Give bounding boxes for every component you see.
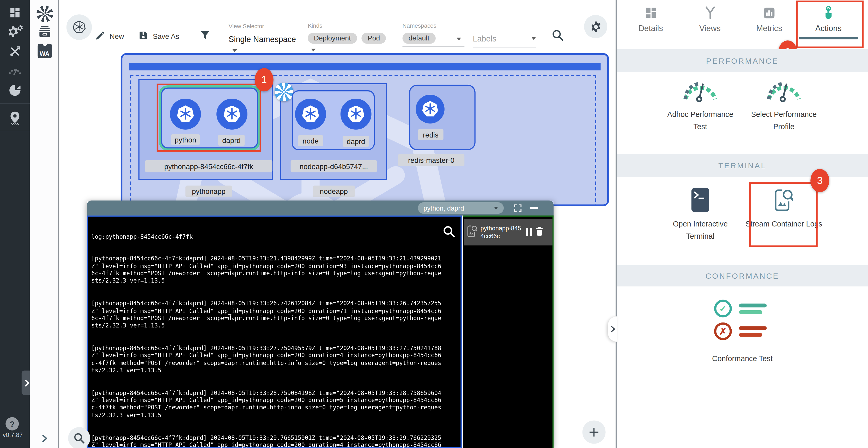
gauge-icon[interactable] bbox=[0, 61, 30, 80]
kind-chip[interactable]: Deployment bbox=[308, 33, 357, 43]
tab-metrics[interactable]: Metrics bbox=[740, 5, 799, 33]
streamed-container-name: pythonapp-8454cc66c bbox=[480, 225, 523, 240]
container-label: redis bbox=[418, 129, 443, 140]
chevron-down-icon bbox=[457, 37, 461, 40]
branch-icon bbox=[680, 5, 740, 20]
save-as-button[interactable]: Save As bbox=[138, 31, 179, 42]
kind-chip[interactable]: Pod bbox=[362, 33, 386, 43]
pod-name-label: redis-master-0 bbox=[398, 154, 465, 166]
container-redis[interactable] bbox=[415, 95, 444, 123]
gauge-icon bbox=[765, 77, 803, 104]
pod-name-label: nodeapp-d64b5747... bbox=[291, 160, 377, 173]
container-daprd[interactable] bbox=[341, 99, 372, 130]
namespaces-dropdown[interactable]: default bbox=[402, 33, 464, 47]
right-panel: Details Views Metrics Actions 2 PERFORMA… bbox=[616, 0, 868, 448]
annotation-box-3 bbox=[749, 182, 818, 247]
wa-label: WA bbox=[40, 50, 50, 57]
group-label: pythonapp bbox=[185, 185, 232, 197]
action-open-interactive-terminal[interactable]: Open Interactive Terminal bbox=[661, 218, 739, 243]
trash-icon[interactable] bbox=[535, 226, 544, 238]
container-selector-value: python, daprd bbox=[424, 204, 464, 212]
section-header-terminal: TERMINAL bbox=[617, 154, 868, 177]
chevron-down-icon bbox=[494, 207, 498, 210]
pause-icon[interactable] bbox=[526, 228, 532, 236]
terminal-header[interactable]: python, daprd bbox=[87, 201, 554, 215]
view-selector-label: View Selector bbox=[229, 23, 264, 29]
add-button[interactable] bbox=[583, 420, 606, 444]
kinds-label: Kinds bbox=[308, 22, 322, 29]
log-entry: [pythonapp-8454cc66c-4f7fk:daprd] 2024-0… bbox=[91, 434, 443, 448]
new-button-label: New bbox=[110, 32, 124, 40]
archive-icon[interactable] bbox=[30, 25, 59, 39]
cluster-header-bar bbox=[129, 63, 601, 70]
annotation-box-2 bbox=[796, 1, 864, 48]
log-header-line: log:pythonapp-8454cc66c-4f7fk bbox=[91, 233, 443, 240]
gears-icon[interactable] bbox=[0, 22, 30, 41]
dashboard-grid-icon[interactable] bbox=[0, 3, 30, 22]
tab-label: Views bbox=[680, 24, 740, 33]
left-sidebar: ? v0.7.87 bbox=[0, 0, 30, 448]
sidebar-divider bbox=[0, 103, 30, 103]
action-conformance-test[interactable]: Conformance Test bbox=[704, 353, 781, 365]
spiral-icon[interactable] bbox=[30, 5, 59, 22]
panel-collapse-button[interactable] bbox=[608, 316, 617, 342]
chevron-down-icon bbox=[232, 49, 237, 52]
sidebar-divider bbox=[0, 131, 30, 131]
labels-placeholder: Labels bbox=[473, 34, 496, 43]
zoom-button[interactable] bbox=[68, 427, 90, 448]
section-header-conformance: CONFORMANCE bbox=[617, 265, 868, 287]
pod-name-label: pythonapp-8454cc66c-4f7fk bbox=[145, 160, 272, 173]
labels-filter-input[interactable]: Labels bbox=[473, 34, 536, 48]
tools-icon[interactable] bbox=[0, 42, 30, 61]
namespaces-label: Namespaces bbox=[402, 22, 436, 29]
location-pin-icon[interactable] bbox=[0, 109, 30, 127]
tab-details[interactable]: Details bbox=[621, 5, 680, 33]
action-select-performance-profile[interactable]: Select Performance Profile bbox=[745, 109, 823, 133]
conformance-checklist-icon: ✓ ✗ bbox=[714, 300, 767, 340]
container-selector-dropdown[interactable]: python, daprd bbox=[418, 202, 504, 214]
view-selector-value: Single Namespace bbox=[229, 35, 296, 44]
stream-logs-icon bbox=[467, 225, 477, 240]
annotation-badge-1: 1 bbox=[255, 68, 274, 91]
annotation-badge-3: 3 bbox=[810, 169, 829, 192]
log-stream-panel[interactable]: log:pythonapp-8454cc66c-4f7fk [pythonapp… bbox=[87, 215, 462, 448]
pie-mosaic-icon[interactable] bbox=[0, 81, 30, 100]
log-entry: [pythonapp-8454cc66c-4f7fk:daprd] 2024-0… bbox=[91, 389, 443, 419]
section-header-performance: PERFORMANCE bbox=[617, 49, 868, 72]
fullscreen-icon[interactable] bbox=[513, 203, 523, 215]
grid-icon bbox=[621, 5, 680, 20]
pencil-icon bbox=[95, 31, 105, 42]
filter-icon[interactable] bbox=[199, 29, 211, 43]
help-button[interactable]: ? bbox=[5, 417, 19, 430]
streamed-containers-panel: pythonapp-8454cc66c bbox=[463, 215, 554, 448]
log-search-icon[interactable] bbox=[442, 225, 456, 240]
tab-views[interactable]: Views bbox=[680, 5, 740, 33]
log-entry: [pythonapp-8454cc66c-4f7fk:daprd] 2024-0… bbox=[91, 300, 443, 329]
version-label: v0.7.87 bbox=[3, 431, 23, 438]
kubernetes-menu-button[interactable] bbox=[66, 14, 92, 40]
streamed-container-item[interactable]: pythonapp-8454cc66c bbox=[464, 219, 553, 245]
new-button[interactable]: New bbox=[95, 31, 124, 42]
log-entry: [pythonapp-8454cc66c-4f7fk:daprd] 2024-0… bbox=[91, 345, 443, 374]
bar-chart-icon bbox=[740, 5, 799, 20]
save-icon bbox=[138, 31, 148, 42]
annotation-box-1 bbox=[157, 84, 261, 152]
minimize-icon[interactable] bbox=[530, 207, 538, 209]
search-icon[interactable] bbox=[552, 29, 564, 43]
container-label: daprd bbox=[343, 136, 369, 147]
chevron-down-icon bbox=[311, 49, 315, 52]
settings-gear-button[interactable] bbox=[584, 15, 607, 38]
gauge-icon bbox=[681, 77, 720, 104]
namespace-chip[interactable]: default bbox=[402, 33, 435, 43]
log-entry: [pythonapp-8454cc66c-4f7fk:daprd] 2024-0… bbox=[91, 255, 443, 285]
container-node[interactable] bbox=[295, 99, 326, 130]
webassembly-icon[interactable]: WA bbox=[30, 44, 59, 58]
tab-label: Details bbox=[621, 24, 680, 33]
action-adhoc-performance-test[interactable]: Adhoc Performance Test bbox=[661, 109, 739, 133]
dapr-spiral-icon bbox=[275, 83, 293, 101]
rail-expand-icon[interactable] bbox=[30, 434, 59, 443]
cluster-canvas[interactable]: python daprd pythonapp-8454cc66c-4f7fk p… bbox=[121, 53, 609, 206]
terminal-window: python, daprd log:pythonapp-8454cc66c-4f… bbox=[87, 201, 554, 448]
left-rail: WA bbox=[30, 0, 59, 448]
container-label: node bbox=[298, 135, 323, 146]
